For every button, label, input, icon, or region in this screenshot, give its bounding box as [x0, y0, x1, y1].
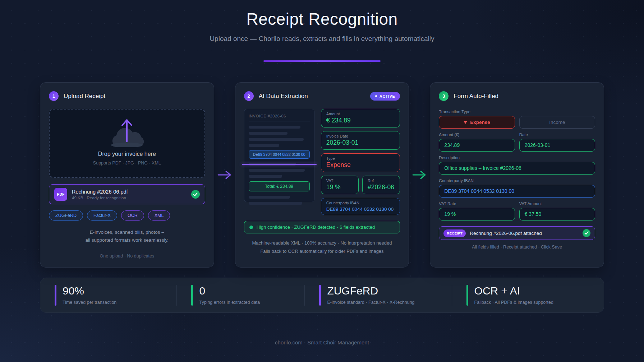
receipt-check-icon [583, 229, 590, 237]
field-label: Type [326, 156, 395, 161]
extracted-iban-field: Counterparty IBAN DE89 3704 0044 0532 01… [321, 198, 400, 215]
flow-arrow-2 [409, 82, 430, 268]
chip-ocr: OCR [121, 210, 144, 221]
stat-accent-bar [466, 285, 468, 306]
field-value: #2026-06 [368, 184, 395, 191]
extracted-ref-field: Ref #2026-06 [362, 176, 400, 194]
field-value: € 234.89 [326, 117, 395, 124]
amount-group: Amount (€) 234.89 [439, 129, 515, 152]
stat-value: 90% [63, 285, 116, 297]
stat-accent-bar [191, 285, 193, 306]
invoice-preview: INVOICE #2026-06 DE89 3704 0044 0532 013… [244, 109, 314, 202]
skeleton-line [249, 138, 304, 141]
receipt-badge: RECEIPT [443, 229, 466, 237]
date-label: Date [519, 133, 595, 137]
vat-ref-row: VAT 19 % Ref #2026-06 [321, 176, 400, 194]
page-title: Receipt Recognition [0, 9, 644, 29]
date-group: Date 2026-03-01 [519, 129, 595, 152]
file-meta: 49 KB · Ready for recognition [72, 196, 128, 200]
expense-button[interactable]: Expense [439, 116, 515, 129]
arrow-right-green-icon [412, 170, 427, 180]
stat-content: OCR + AI Fallback · All PDFs & images su… [474, 285, 553, 306]
description-input[interactable]: Office supplies – Invoice #2026-06 [439, 162, 595, 175]
income-button-label: Income [549, 120, 565, 125]
amount-date-row: Amount (€) 234.89 Date 2026-03-01 [439, 129, 595, 152]
vat-rate-input[interactable]: 19 % [439, 208, 515, 221]
stat-value: ZUGFeRD [327, 285, 414, 297]
upload-card-header: 1 Upload Receipt [49, 91, 205, 101]
expense-button-label: Expense [470, 120, 490, 125]
stats-bar: 90% Time saved per transaction 0 Typing … [40, 278, 604, 313]
ai-extraction-card: 2 AI Data Extraction ACTIVE INVOICE #202… [235, 82, 409, 268]
field-value: 19 % [326, 184, 353, 191]
arrow-right-purple-icon [217, 170, 232, 180]
extracted-type-field: Type Expense [321, 153, 400, 172]
receipt-attached-row[interactable]: RECEIPT Rechnung #2026-06.pdf attached [439, 226, 595, 240]
invoice-total-highlight: Total: € 234.89 [249, 181, 310, 191]
confidence-text: High confidence · ZUGFeRD detected · 6 f… [257, 224, 375, 230]
extracted-fields: Amount € 234.89 Invoice Date 2026-03-01 … [321, 109, 400, 215]
stat-ocr-ai: OCR + AI Fallback · All PDFs & images su… [452, 285, 604, 306]
file-dropzone[interactable]: Drop your invoice here Supports PDF · JP… [49, 109, 205, 178]
vat-amount-input[interactable]: € 37.50 [519, 208, 595, 221]
page-subtitle: Upload once — Chorilo reads, extracts an… [0, 35, 644, 43]
field-value: Expense [326, 161, 395, 169]
step-3-badge: 3 [439, 91, 448, 101]
receipt-attached-text: Rechnung #2026-06.pdf attached [470, 231, 542, 236]
file-name: Rechnung #2026-06.pdf [72, 189, 128, 195]
transaction-type-toggle: Expense Income [439, 116, 595, 129]
vat-row: VAT Rate 19 % VAT Amount € 37.50 [439, 198, 595, 221]
stat-value: OCR + AI [474, 285, 553, 297]
upload-arrow-icon [120, 119, 133, 142]
file-check-icon [191, 190, 200, 199]
stat-value: 0 [199, 285, 260, 297]
upload-description: E-invoices, scanned bills, photos – all … [49, 228, 205, 244]
form-note: All fields filled · Receipt attached · C… [439, 245, 595, 250]
extracted-vat-field: VAT 19 % [321, 176, 359, 194]
stat-time-saved: 90% Time saved per transaction [40, 285, 176, 306]
chip-zugferd: ZUGFeRD [49, 210, 83, 221]
dropzone-headline: Drop your invoice here [98, 151, 156, 157]
upload-note: One upload · No duplicates [49, 254, 205, 260]
extraction-note-line1: Machine-readable XML · 100% accuracy · N… [252, 240, 392, 246]
skeleton-line [249, 169, 305, 172]
date-input[interactable]: 2026-03-01 [519, 139, 595, 152]
invoice-preview-title: INVOICE #2026-06 [249, 114, 310, 121]
upload-cloud-illustration [107, 121, 147, 147]
field-value: 2026-03-01 [326, 139, 395, 147]
scan-line [242, 164, 317, 165]
stat-label: Typing errors in extracted data [199, 300, 260, 305]
confidence-banner: High confidence · ZUGFeRD detected · 6 f… [244, 221, 400, 233]
amount-input[interactable]: 234.89 [439, 139, 515, 152]
iban-label: Counterparty IBAN [439, 178, 595, 183]
upload-receipt-card: 1 Upload Receipt Drop your invoice here … [40, 82, 214, 268]
field-label: Invoice Date [326, 134, 395, 138]
skeleton-line [249, 144, 279, 147]
dropzone-formats: Supports PDF · JPG · PNG · XML [93, 161, 161, 166]
skeleton-line [249, 196, 290, 199]
income-button[interactable]: Income [519, 116, 595, 129]
stat-accent-bar [319, 285, 321, 306]
stat-label: E-invoice standard · Factur-X · X-Rechnu… [327, 300, 414, 305]
uploaded-file-row[interactable]: PDF Rechnung #2026-06.pdf 49 KB · Ready … [49, 184, 205, 204]
file-info: Rechnung #2026-06.pdf 49 KB · Ready for … [72, 189, 128, 200]
page: Receipt Recognition Upload once — Choril… [0, 0, 644, 345]
form-card-header: 3 Form Auto-Filled [439, 91, 595, 101]
step-2-badge: 2 [244, 91, 254, 101]
stat-label: Fallback · All PDFs & images supported [474, 300, 553, 305]
vat-amount-group: VAT Amount € 37.50 [519, 198, 595, 221]
skeleton-line [249, 202, 303, 205]
stat-content: 0 Typing errors in extracted data [199, 285, 260, 306]
stat-label: Time saved per transaction [63, 300, 116, 305]
accent-divider [263, 60, 381, 62]
form-autofilled-card: 3 Form Auto-Filled Transaction Type Expe… [430, 82, 604, 268]
form-card-title: Form Auto-Filled [454, 93, 498, 100]
extracted-date-field: Invoice Date 2026-03-01 [321, 131, 400, 150]
amount-label: Amount (€) [439, 133, 515, 137]
vat-rate-group: VAT Rate 19 % [439, 198, 515, 221]
hero: Receipt Recognition Upload once — Choril… [0, 0, 644, 62]
upload-description-line1: E-invoices, scanned bills, photos – [90, 229, 164, 235]
extraction-card-header: 2 AI Data Extraction ACTIVE [244, 91, 400, 101]
stat-accent-bar [55, 285, 56, 306]
iban-input[interactable]: DE89 3704 0044 0532 0130 00 [439, 185, 595, 198]
